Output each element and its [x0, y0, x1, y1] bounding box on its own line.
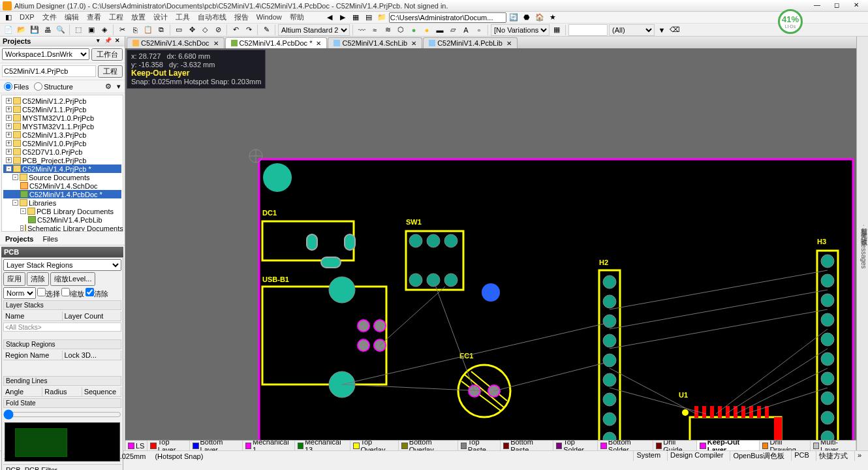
- dxp-icon[interactable]: ◧: [3, 12, 14, 23]
- tree-node[interactable]: C52MiniV1.4.SchDoc: [3, 181, 121, 190]
- pad-button[interactable]: ●: [421, 24, 433, 36]
- tree-node[interactable]: +MYSTM32V1.0.PrjPcb: [3, 114, 121, 122]
- refresh-icon[interactable]: 🔄: [508, 12, 519, 23]
- select-button[interactable]: ▭: [173, 24, 185, 36]
- menu-工具[interactable]: 工具: [172, 13, 194, 21]
- cross-probe-button[interactable]: ✎: [260, 24, 272, 36]
- tree-node[interactable]: -C52MiniV1.4.PrjPcb *: [3, 164, 121, 173]
- layer-tab[interactable]: Drill Guide: [653, 441, 698, 450]
- stop-icon[interactable]: ⬣: [521, 12, 532, 23]
- doc-tab[interactable]: C52MiniV1.4.SchLib✕: [328, 37, 422, 48]
- move-button[interactable]: ✥: [186, 24, 198, 36]
- status-panel-button[interactable]: PCB: [791, 451, 812, 461]
- pcb-canvas-wrap[interactable]: x: 28.727 dx: 6.680 mm y: -16.358 dy: -3…: [125, 48, 856, 440]
- panel-close-icon[interactable]: ✕: [113, 37, 122, 46]
- layer-tab[interactable]: Mechanical 13: [295, 441, 351, 450]
- filter-net-input[interactable]: [568, 24, 608, 36]
- layer-tab[interactable]: Keep-Out Layer: [697, 441, 760, 450]
- normal-select[interactable]: Normal: [3, 287, 36, 299]
- via-button[interactable]: ●: [408, 24, 420, 36]
- clear-checkbox[interactable]: 清除: [85, 288, 108, 299]
- minimize-button[interactable]: —: [808, 1, 826, 11]
- zoom-level-button[interactable]: 缩放Level...: [50, 272, 95, 286]
- tree-node[interactable]: -Source Documents: [3, 173, 121, 181]
- layer-tab[interactable]: Bottom Solder: [598, 441, 653, 450]
- project-button[interactable]: 工程: [98, 65, 123, 78]
- project-tree[interactable]: +C52MiniV1.2.PrjPcb+C52MiniV1.1.PrjPcb+M…: [1, 95, 123, 232]
- tree-node[interactable]: +C52MiniV1.2.PrjPcb: [3, 97, 121, 105]
- layer-tab[interactable]: Top Overlay: [350, 441, 399, 450]
- tree-node[interactable]: C52MiniV1.4.PcbLib: [3, 215, 121, 224]
- status-panel-button[interactable]: System: [633, 451, 663, 461]
- doc-tab[interactable]: C52MiniV1.4.PcbLib✕: [423, 37, 518, 48]
- home-icon[interactable]: 🏠: [535, 12, 545, 23]
- tree-config-icon[interactable]: ⚙: [105, 82, 112, 91]
- new-button[interactable]: 📄: [3, 24, 14, 36]
- panel-tab[interactable]: PCB Filter: [25, 466, 57, 470]
- favorite-icon[interactable]: ★: [548, 12, 558, 23]
- structure-radio[interactable]: Structure: [34, 82, 73, 91]
- menu-window[interactable]: Window: [253, 13, 286, 21]
- doc-tab[interactable]: C52MiniV1.4.SchDoc✕: [127, 37, 225, 48]
- tree-node[interactable]: C52MiniV1.4.PcbDoc *: [3, 190, 121, 198]
- layer-tab[interactable]: Bottom Overlay: [399, 441, 457, 450]
- print-button[interactable]: 🖶: [42, 24, 54, 36]
- variation-select[interactable]: [No Variations]: [491, 24, 550, 36]
- close-button[interactable]: ✕: [847, 1, 865, 11]
- redo-button[interactable]: ↷: [243, 24, 255, 36]
- route-diff-button[interactable]: ≈: [369, 24, 380, 36]
- filter-scope-select[interactable]: (All): [609, 24, 655, 36]
- menu-设计[interactable]: 设计: [149, 13, 172, 21]
- tree-node[interactable]: -Schematic Library Documents: [3, 224, 121, 232]
- workspace-button[interactable]: 工作台: [91, 48, 123, 61]
- rubber-stamp-button[interactable]: ⧉: [155, 24, 167, 36]
- tree-node[interactable]: +C52MiniV1.3.PrjPcb: [3, 131, 121, 139]
- layer-tab[interactable]: Mechanical 1: [243, 441, 295, 450]
- layer-tab[interactable]: Bottom Layer: [190, 441, 242, 450]
- variant-config-button[interactable]: ▦: [551, 24, 563, 36]
- region-button[interactable]: ▱: [447, 24, 459, 36]
- zoom-checkbox[interactable]: 缩放: [61, 288, 84, 299]
- layer-tab[interactable]: Multi-Layer: [811, 441, 856, 450]
- side-rail[interactable]: 剪贴板 · 元件库 · 收藏 · Messages: [856, 37, 868, 450]
- string-button[interactable]: A: [460, 24, 472, 36]
- route-button[interactable]: 〰: [356, 24, 367, 36]
- open-icon[interactable]: 📁: [377, 12, 387, 23]
- filter-clear-button[interactable]: ⌫: [669, 24, 681, 36]
- save-button[interactable]: 💾: [29, 24, 40, 36]
- doc-tab[interactable]: C52MiniV1.4.PcbDoc *✕: [225, 37, 328, 48]
- panel-pin-icon[interactable]: 📌: [103, 37, 112, 46]
- zoom-fit-button[interactable]: ▣: [85, 24, 97, 36]
- cut-button[interactable]: ✂: [116, 24, 128, 36]
- layer-tab[interactable]: Top Solder: [553, 441, 598, 450]
- menu-报告[interactable]: 报告: [230, 13, 253, 21]
- fold-slider[interactable]: [3, 409, 121, 420]
- nav-back-icon[interactable]: ◀: [324, 12, 335, 23]
- tree-node[interactable]: +C52D7V1.0.PrjPcb: [3, 148, 121, 156]
- apply-button[interactable]: 应用: [3, 272, 25, 286]
- tree-node[interactable]: -Libraries: [3, 198, 121, 207]
- pcb-minimap[interactable]: [5, 422, 120, 462]
- maximize-button[interactable]: ◻: [828, 1, 846, 11]
- path-input[interactable]: [389, 12, 506, 23]
- paste-button[interactable]: 📋: [142, 24, 154, 36]
- tree-node[interactable]: +C52MiniV1.0.PrjPcb: [3, 139, 121, 148]
- clear-button[interactable]: ⊘: [212, 24, 224, 36]
- tree-node[interactable]: -PCB Library Documents: [3, 207, 121, 215]
- zoom-area-button[interactable]: ⬚: [72, 24, 84, 36]
- status-panel-button[interactable]: 快捷方式: [816, 451, 850, 461]
- component-button[interactable]: ▫: [473, 24, 485, 36]
- tree-node[interactable]: +MYSTM32V1.1.PrjPcb: [3, 122, 121, 131]
- status-panel-button[interactable]: »: [854, 451, 864, 461]
- menu-编辑[interactable]: 编辑: [61, 13, 83, 21]
- pcb-canvas[interactable]: DC1 SW1 USB-B1 EC1: [125, 48, 856, 440]
- status-panel-button[interactable]: OpenBus调色板: [730, 451, 787, 461]
- open-button[interactable]: 📂: [16, 24, 27, 36]
- menu-dxp[interactable]: DXP: [16, 13, 39, 21]
- copy-button[interactable]: ⎘: [129, 24, 141, 36]
- menu-查看[interactable]: 查看: [83, 13, 105, 21]
- project-input[interactable]: [2, 65, 96, 77]
- fill-button[interactable]: ▬: [434, 24, 446, 36]
- layer-tab[interactable]: Top Layer: [147, 441, 190, 450]
- subtab-files[interactable]: Files: [40, 234, 60, 243]
